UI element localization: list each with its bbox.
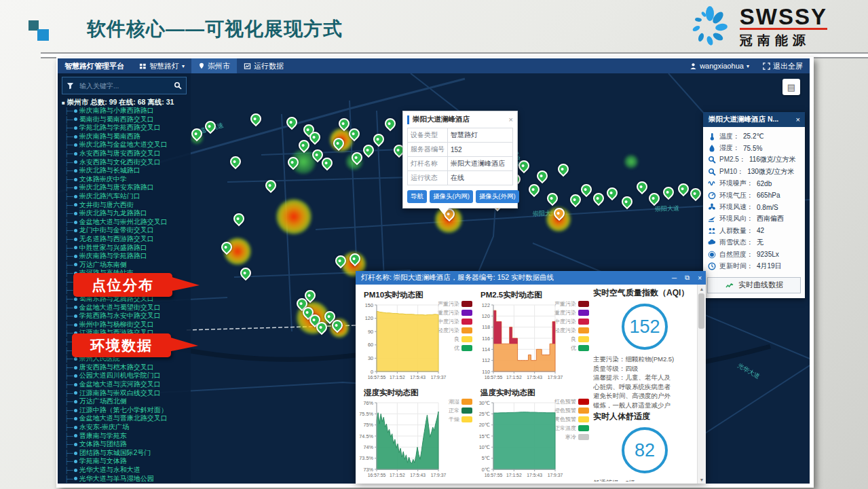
tree-root-node[interactable]: ■崇州市 总数: 99 在线: 68 离线: 31 [62, 97, 187, 107]
camera-extranet-button[interactable]: 摄像头(外网) [476, 190, 519, 203]
tree-connector: ├─ [64, 372, 73, 380]
close-icon[interactable]: × [694, 274, 706, 282]
device-popup: 崇阳大道澜峰酒店 × 设备类型智慧路灯服务器编号152灯杆名称崇阳大道澜峰酒店运… [402, 111, 518, 209]
user-menu[interactable]: wangxiaohua▾ [683, 62, 756, 70]
navigate-button[interactable]: 导航 [407, 190, 427, 203]
nav-item-smart-lamps[interactable]: 智慧路灯▾ [132, 58, 191, 73]
scroll-up-icon[interactable]: ▲ [698, 285, 706, 293]
scroll-down-icon[interactable]: ▼ [698, 475, 706, 484]
tree-node-icon [74, 391, 77, 395]
sidebar-item[interactable]: ├─蜀南街与蜀南西路交叉口 [62, 115, 187, 124]
sidebar-item-label: 金盆地大道与蜀望街交叉口 [79, 304, 161, 312]
sidebar-item[interactable]: ├─崇庆南路与小康西路路口 [62, 107, 187, 115]
svg-text:17:5:43: 17:5:43 [527, 375, 542, 380]
sidebar-item[interactable]: ├─光华大道与永和大道 [62, 466, 187, 475]
filter-icon[interactable] [67, 82, 74, 90]
minimize-icon[interactable]: ─ [668, 274, 681, 282]
popup-row: 设备类型智慧路灯 [408, 128, 513, 143]
sidebar-item[interactable]: ├─崇庆南路与蜀南西路 [62, 132, 187, 141]
scroll-thumb[interactable] [698, 293, 704, 329]
realtime-curve-button[interactable]: 实时曲线数据 [707, 277, 801, 293]
tree-node-icon [74, 255, 77, 258]
aqi-column: 实时空气质量指数（AQI） 152 主要污染：细颗粒物(PM2.5)质量等级：四… [593, 287, 696, 482]
sidebar-item[interactable]: ├─永安东-崇庆广场 [62, 423, 187, 432]
tree-node-icon [74, 306, 77, 309]
sidebar-item-label: 崇庆北路与金盆地大道交叉口 [79, 141, 168, 149]
sidebar-item[interactable]: ├─崇庆北路与九龙路路口 [62, 209, 187, 218]
sidebar-item[interactable]: ├─江源中路（第七小学斜对面） [62, 406, 187, 415]
scrollbar[interactable]: ▲ ▼ [697, 285, 706, 484]
sidebar-item[interactable]: ├─文体路与团结路 [62, 440, 187, 449]
sidebar-item[interactable]: ├─龙门中街与金带街交叉口 [62, 226, 187, 235]
sidebar-item-label: 崇庆南路与蜀南西路 [79, 132, 140, 141]
sidebar-item[interactable]: ├─永安西路与文化西街交叉口 [62, 158, 187, 167]
sidebar-item[interactable]: ├─万达广场西北侧 [62, 397, 187, 406]
aqi-line: 主要污染：细颗粒物(PM2.5) [593, 355, 696, 364]
tree-connector: ├─ [64, 244, 73, 253]
env-label: 温度： [719, 132, 740, 141]
env-value: 无 [757, 238, 763, 247]
svg-text:16:57:55: 16:57:55 [368, 375, 386, 380]
tree-connector: ├─ [64, 166, 73, 175]
sidebar-item[interactable]: ├─学苑北路与学苑西路交叉口 [62, 124, 187, 132]
sidebar-item[interactable]: ├─崇庆北路与长城路口 [62, 166, 187, 175]
sidebar-item[interactable]: ├─崇庆北路汽车站门口 [62, 192, 187, 201]
sidebar-item[interactable]: ├─永安西路与唐安西路交叉口 [62, 149, 187, 158]
tree-connector: ├─ [64, 192, 73, 201]
restore-icon[interactable]: ⧉ [681, 274, 694, 282]
svg-text:120: 120 [365, 315, 373, 321]
sidebar-item[interactable]: ├─金盆地大道与滨河路交叉口 [62, 380, 187, 389]
sidebar-item[interactable]: ├─学苑西路与永安中路交叉口 [62, 312, 187, 321]
chevron-down-icon: ▾ [182, 63, 185, 69]
tree-connector: ├─ [64, 397, 73, 406]
env-value: 130微克/立方米 [747, 167, 794, 177]
sidebar-item[interactable]: ├─文体路崇庆中学 [62, 175, 187, 184]
nav-item-city[interactable]: 崇州市 [191, 58, 237, 73]
sidebar-item[interactable]: ├─万达广场东南侧 [62, 261, 187, 270]
search-icon[interactable] [174, 82, 182, 90]
sidebar-item[interactable]: ├─崇州中路与杨柳街交叉口 [62, 321, 187, 329]
tree-connector: ├─ [64, 304, 73, 312]
sidebar-item[interactable]: ├─团结路与东城国际2号门 [62, 449, 187, 458]
company-logo: SWSSY 冠南能源 [687, 5, 827, 50]
sidebar-item-label: 文井街与唐六西街 [79, 201, 134, 210]
nav-item-run-data[interactable]: 运行数据 [237, 58, 290, 73]
sidebar-item[interactable]: ├─中胜世家与兴盛路路口 [62, 244, 187, 253]
noise-icon [708, 179, 716, 187]
sidebar-item[interactable]: ├─金盆地大道与崇州北路交叉口 [62, 218, 187, 227]
search-input[interactable] [78, 82, 170, 90]
sidebar-item[interactable]: ├─崇庆北路与金盆地大道交叉口 [62, 141, 187, 149]
sidebar-item[interactable]: ├─金盆地大道与晋康北路交叉口 [62, 414, 187, 423]
sidebar-item[interactable]: ├─光华大道与羊马湿地公园 [62, 475, 187, 483]
sidebar-item[interactable]: ├─崇庆北路与唐安东路路口 [62, 183, 187, 192]
exit-fullscreen-button[interactable]: 退出全屏 [756, 61, 810, 71]
environment-panel: 崇阳大道澜峰酒店 N... × 温度：25.2℃湿度：75.5%PM2.5：11… [703, 112, 805, 298]
close-icon[interactable]: × [509, 115, 513, 124]
env-value: 75.5% [743, 145, 762, 152]
sidebar-item[interactable]: ├─金盆地大道与蜀望街交叉口 [62, 304, 187, 312]
sidebar-item-label: 无名道路与西游路交叉口 [79, 235, 154, 244]
tree-node-icon [74, 460, 77, 463]
svg-text:17:5:43: 17:5:43 [527, 473, 542, 477]
sidebar-item[interactable]: ├─晋康南与学苑东 [62, 432, 187, 441]
chart-title: 湿度实时动态图 [364, 388, 419, 398]
sidebar-item-label: 蜀南街与蜀南西路交叉口 [79, 115, 154, 124]
env-row: 环境风速：0.8m/S [708, 201, 800, 213]
sidebar-item[interactable]: ├─崇庆南路与学苑路路口 [62, 252, 187, 261]
user-icon [690, 62, 697, 70]
sidebar-item[interactable]: ├─唐安西路与桤木路交叉口 [62, 363, 187, 372]
tree-node-icon [74, 203, 77, 206]
aqi-line: 心脏病、呼吸系统疾病患者 [593, 382, 696, 392]
sidebar-item[interactable]: ├─学苑南与文体路 [62, 457, 187, 466]
sidebar-item[interactable]: ├─无名道路与西游路交叉口 [62, 235, 187, 244]
logo-text: SWSSY [740, 7, 827, 27]
svg-text:16:57:55: 16:57:55 [368, 473, 386, 477]
sidebar-item[interactable]: ├─公园大道四川机电学院门口 [62, 372, 187, 380]
svg-text:20℃: 20℃ [479, 422, 490, 428]
camera-intranet-button[interactable]: 摄像头(内网) [430, 190, 473, 203]
sidebar-item[interactable]: ├─江源南路与崇双白线交叉口 [62, 389, 187, 398]
sidebar-item[interactable]: ├─文井街与唐六西街 [62, 201, 187, 210]
map-layers-button[interactable]: ▤ [782, 79, 800, 95]
close-icon[interactable]: × [791, 115, 805, 124]
svg-text:74%: 74% [363, 444, 373, 450]
